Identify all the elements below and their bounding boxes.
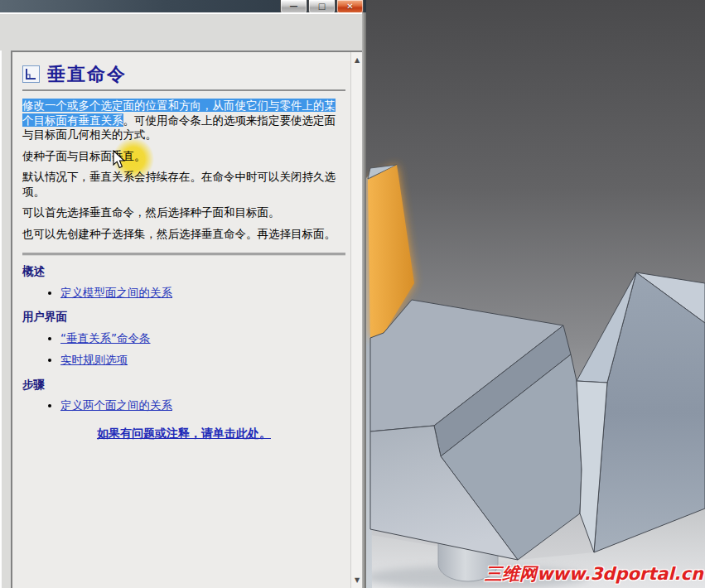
paragraph-3: 默认情况下，垂直关系会持续存在。在命令中时可以关闭持久选项。 [22, 170, 345, 199]
left-margin [0, 51, 11, 588]
overview-links: 定义模型面之间的关系 [21, 286, 347, 301]
link-live-rules-options[interactable]: 实时规则选项 [60, 353, 128, 366]
close-icon: ✕ [346, 2, 353, 11]
3d-model-scene [366, 0, 705, 588]
link-perpendicular-command-bar[interactable]: “垂直关系”命令条 [60, 331, 151, 345]
steps-links: 定义两个面之间的关系 [21, 398, 347, 413]
list-item: 定义模型面之间的关系 [60, 286, 347, 301]
section-heading-steps: 步骤 [22, 378, 345, 393]
paragraph-5: 也可以先创建种子选择集，然后选择垂直命令。再选择目标面。 [22, 227, 345, 242]
list-item: 实时规则选项 [60, 353, 347, 368]
scroll-up-button[interactable]: ▲ [351, 54, 363, 66]
scroll-down-button[interactable]: ▼ [351, 574, 363, 586]
watermark: 三维网www.3dportal.cn [485, 562, 703, 586]
screen: — □ ✕ 垂直命令 [0, 0, 705, 588]
paragraph-2: 使种子面与目标面垂直。 [22, 149, 345, 164]
vertical-scrollbar[interactable]: ▲ ▼ [350, 52, 362, 588]
scroll-down-icon: ▼ [355, 576, 360, 584]
help-document: 垂直命令 修改一个或多个选定面的位置和方向，从而使它们与零件上的某个目标面有垂直… [12, 52, 350, 588]
scroll-up-icon: ▲ [355, 56, 360, 64]
minimize-icon: — [290, 2, 298, 11]
help-content-panel: 垂直命令 修改一个或多个选定面的位置和方向，从而使它们与零件上的某个目标面有垂直… [11, 51, 362, 588]
paragraph-1: 修改一个或多个选定面的位置和方向，从而使它们与零件上的某个目标面有垂直关系。可使… [22, 99, 345, 142]
ui-links: “垂直关系”命令条 实时规则选项 [21, 331, 347, 368]
perpendicular-icon [22, 65, 40, 83]
list-item: “垂直关系”命令条 [60, 331, 347, 346]
paragraph-4: 可以首先选择垂直命令，然后选择种子面和目标面。 [22, 205, 345, 220]
toolbar-strip [0, 14, 366, 51]
section-divider [22, 253, 345, 256]
section-heading-ui: 用户界面 [22, 310, 345, 325]
feedback-link[interactable]: 如果有问题或注释，请单击此处。 [97, 427, 271, 440]
3d-viewport[interactable]: 三维网www.3dportal.cn [366, 0, 705, 588]
list-item: 定义两个面之间的关系 [60, 398, 347, 413]
help-window: — □ ✕ 垂直命令 [0, 0, 366, 588]
mouse-cursor [113, 150, 126, 170]
page-title: 垂直命令 [47, 67, 127, 82]
feedback-row: 如果有问题或注释，请单击此处。 [21, 427, 347, 441]
maximize-icon: □ [318, 2, 326, 11]
title-divider [22, 89, 345, 91]
doc-header: 垂直命令 [22, 65, 347, 83]
link-define-relation-between-faces[interactable]: 定义两个面之间的关系 [60, 398, 172, 412]
link-define-model-face-relations[interactable]: 定义模型面之间的关系 [60, 286, 172, 299]
section-heading-overview: 概述 [22, 264, 345, 279]
